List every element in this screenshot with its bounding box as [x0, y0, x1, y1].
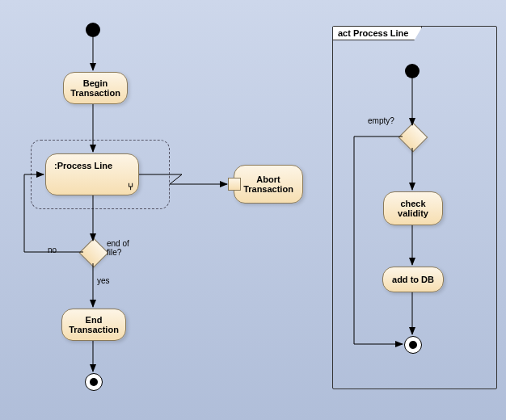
- edge-label-yes: yes: [97, 276, 110, 285]
- decision-end-of-file[interactable]: [79, 238, 109, 268]
- final-node-right: [404, 336, 422, 354]
- initial-node-left: [86, 23, 100, 37]
- node-check-validity[interactable]: check validity: [383, 191, 443, 225]
- node-process-line[interactable]: :Process Line ⑂: [45, 153, 139, 195]
- decision-label-eof: end of file?: [107, 239, 129, 257]
- node-label: check validity: [398, 199, 428, 218]
- node-label: add to DB: [392, 275, 434, 284]
- decision-label-empty: empty?: [368, 116, 394, 125]
- node-label: End Transaction: [69, 315, 119, 334]
- node-begin-transaction[interactable]: Begin Transaction: [63, 72, 128, 104]
- frame-title-tab: act Process Line: [333, 27, 422, 40]
- frame-title: act Process Line: [338, 28, 408, 38]
- initial-node-right: [405, 64, 420, 78]
- node-abort-transaction[interactable]: Abort Transaction: [234, 165, 303, 204]
- node-end-transaction[interactable]: End Transaction: [61, 309, 126, 341]
- node-label: Abort Transaction: [243, 174, 293, 194]
- node-add-to-db[interactable]: add to DB: [382, 267, 444, 292]
- sub-activity-icon: ⑂: [128, 182, 133, 191]
- node-label: :Process Line: [54, 161, 112, 170]
- node-label: Begin Transaction: [70, 78, 120, 98]
- edge-label-no: no: [48, 246, 57, 254]
- final-node-left: [85, 373, 103, 391]
- receive-signal-notch: [228, 178, 241, 191]
